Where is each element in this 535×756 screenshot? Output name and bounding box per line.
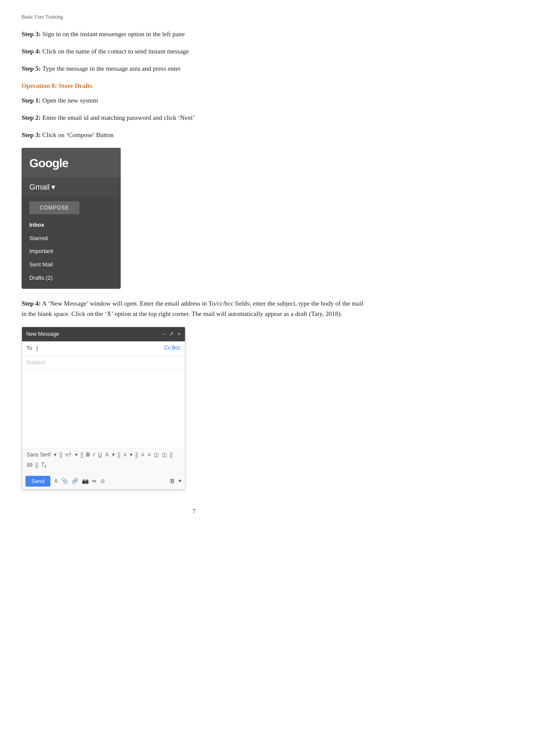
- gmail-nav-important[interactable]: Important: [22, 245, 121, 258]
- gmail-dropdown-arrow: ▾: [51, 181, 55, 194]
- font-color-arrow[interactable]: ▾: [111, 450, 116, 459]
- underline-button[interactable]: U: [97, 450, 103, 459]
- to-label: To: [26, 345, 32, 351]
- operation-8-steps: Step 1: Open the new system Step 2: Ente…: [22, 95, 366, 140]
- step-3a-text: Sign in on the instant messenger option …: [41, 31, 185, 37]
- toolbar-divider-6: [35, 462, 38, 469]
- indent-decrease[interactable]: ◫: [153, 450, 160, 459]
- gmail-nav-sentmail[interactable]: Sent Mail: [22, 258, 121, 272]
- list-unordered[interactable]: ≡: [140, 450, 145, 459]
- compose-button[interactable]: COMPOSE: [29, 201, 79, 214]
- new-message-subject-row[interactable]: Subject: [22, 356, 185, 370]
- bold-button[interactable]: B: [85, 450, 91, 459]
- toolbar-divider-5: [170, 452, 172, 458]
- op8-step-2: Step 2: Enter the email id and matching …: [22, 112, 366, 123]
- font-family-arrow[interactable]: ▾: [53, 450, 58, 459]
- font-color-button[interactable]: A: [104, 450, 110, 459]
- delete-icon[interactable]: 🗑: [169, 477, 175, 486]
- document-header: Basic User Training: [22, 13, 366, 21]
- gmail-nav-starred[interactable]: Starred: [22, 232, 121, 245]
- to-input-cursor[interactable]: |: [36, 345, 38, 351]
- new-message-title: New Message: [26, 330, 59, 338]
- italic-button[interactable]: I: [92, 450, 96, 459]
- send-toolbar: Send A 📎 🔗 📷 ∞ ☺ 🗑 ▾: [22, 473, 185, 489]
- font-size-arrow[interactable]: ▾: [74, 450, 79, 459]
- formatting-toolbar: Sans Serif ▾ πT ▾ B I U A ▾ ≡ ▾ ≡ ≡ ◫ ◫ …: [22, 448, 185, 473]
- to-field-area: To |: [26, 344, 38, 353]
- step-3a: Step 3: Sign in on the instant messenger…: [22, 29, 366, 39]
- step-4a: Step 4: Click on the name of the contact…: [22, 46, 366, 56]
- emoji-icon[interactable]: ☺: [100, 477, 105, 486]
- steps-section-1: Step 3: Sign in on the instant messenger…: [22, 29, 366, 74]
- operation-8-heading: Operation 8: Store Drafts: [22, 81, 366, 91]
- op8-step-1-label: Step 1:: [22, 97, 41, 104]
- gmail-label: Gmail ▾: [22, 178, 121, 197]
- align-arrow[interactable]: ▾: [128, 450, 134, 459]
- font-size-icon[interactable]: πT: [64, 451, 72, 459]
- op8-step-1-text: Open the new system: [41, 97, 98, 104]
- close-icon[interactable]: ×: [177, 330, 181, 339]
- op8-step-2-label: Step 2:: [22, 114, 41, 121]
- new-message-window: New Message – ↗ × To | Cc Bcc Subject Sa…: [22, 327, 185, 490]
- op8-step-3-label: Step 3:: [22, 131, 41, 138]
- step-3a-label: Step 3:: [22, 31, 41, 37]
- attach-file-icon[interactable]: 📎: [61, 477, 68, 486]
- more-options-icon[interactable]: ▾: [178, 477, 181, 486]
- op8-step-4-label: Step 4:: [22, 300, 41, 307]
- gmail-logo-area: Google: [22, 148, 121, 178]
- toolbar-divider-1: [59, 452, 62, 458]
- insert-link-icon[interactable]: 🔗: [72, 477, 78, 486]
- step-5a: Step 5: Type the message in the message …: [22, 63, 366, 74]
- format-text-icon[interactable]: A: [54, 477, 58, 486]
- list-ordered[interactable]: ≡: [146, 450, 152, 459]
- step-4a-label: Step 4:: [22, 48, 41, 55]
- new-message-to-row: To | Cc Bcc: [22, 341, 185, 356]
- clear-format-button[interactable]: Tx: [40, 460, 47, 470]
- new-message-header: New Message – ↗ ×: [22, 327, 185, 341]
- new-message-header-actions: – ↗ ×: [163, 330, 181, 339]
- page-number: 7: [22, 507, 366, 516]
- step-5a-text: Type the message in the message area and…: [41, 65, 181, 72]
- send-button[interactable]: Send: [25, 476, 50, 487]
- op8-step-4-text: A ‘New Message’ window will open. Enter …: [22, 300, 363, 317]
- gmail-nav-inbox[interactable]: Inbox: [22, 219, 121, 232]
- google-logo: Google: [29, 154, 113, 173]
- minimize-icon[interactable]: –: [163, 330, 166, 339]
- toolbar-divider-2: [81, 452, 83, 458]
- gmail-label-text: Gmail: [29, 181, 50, 194]
- op8-step-2-text: Enter the email id and matching password…: [41, 114, 195, 121]
- font-family-select[interactable]: Sans Serif: [25, 450, 52, 459]
- step-4a-text: Click on the name of the contact to send…: [41, 48, 189, 55]
- blockquote-button[interactable]: 99: [25, 461, 34, 470]
- op8-step-1: Step 1: Open the new system: [22, 95, 366, 106]
- new-message-body-area[interactable]: [22, 370, 185, 448]
- gmail-nav-drafts[interactable]: Drafts (2): [22, 272, 121, 289]
- op8-step-3-text: Click on ‘Compose’ Button: [41, 131, 114, 138]
- gmail-nav-list: Inbox Starred Important Sent Mail Drafts…: [22, 219, 121, 289]
- toolbar-divider-4: [135, 452, 138, 458]
- op8-step-3: Step 3: Click on ‘Compose’ Button: [22, 130, 366, 140]
- expand-icon[interactable]: ↗: [169, 330, 174, 339]
- align-button[interactable]: ≡: [122, 450, 128, 459]
- insert-photo-icon[interactable]: 📷: [82, 477, 89, 486]
- gmail-sidebar-image: Google Gmail ▾ COMPOSE Inbox Starred Imp…: [22, 148, 121, 289]
- op8-step-4: Step 4: A ‘New Message’ window will open…: [22, 298, 366, 319]
- send-right-actions: 🗑 ▾: [169, 477, 181, 486]
- toolbar-divider-3: [118, 452, 120, 458]
- cc-bcc-label[interactable]: Cc Bcc: [164, 344, 181, 352]
- step-5a-label: Step 5:: [22, 65, 41, 72]
- insert-link2-icon[interactable]: ∞: [92, 477, 96, 486]
- indent-increase[interactable]: ◫: [161, 450, 168, 459]
